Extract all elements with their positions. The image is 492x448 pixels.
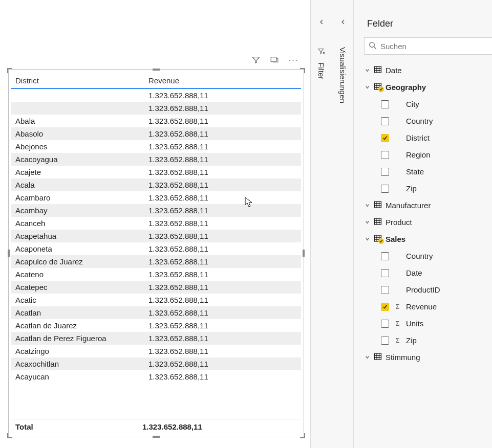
table-row[interactable]: Acala1.323.652.888,11 [11, 178, 301, 191]
visualizations-pane-collapsed[interactable]: Visualisierungen [332, 0, 353, 448]
table-node[interactable]: Date [362, 62, 492, 79]
svg-rect-4 [375, 201, 381, 208]
table-row[interactable]: Acatlan de Juarez1.323.652.888,11 [11, 319, 301, 332]
report-canvas[interactable]: ··· District Revenue 1.323.652.888,111.3… [0, 0, 309, 448]
fields-pane-title: Felder [354, 15, 492, 37]
more-options-icon[interactable]: ··· [288, 57, 299, 62]
search-input[interactable] [380, 42, 488, 51]
table-row[interactable]: Acayucan1.323.652.888,11 [11, 370, 301, 383]
cell-revenue: 1.323.652.888,11 [148, 270, 220, 279]
cell-district [15, 104, 148, 113]
table-row[interactable]: Acatzingo1.323.652.888,11 [11, 345, 301, 357]
table-row[interactable]: Acapetahua1.323.652.888,11 [11, 230, 301, 242]
table-icon [374, 217, 382, 227]
field-checkbox[interactable] [381, 337, 389, 345]
field-name: District [406, 133, 430, 142]
field-checkbox[interactable] [381, 303, 389, 311]
chevron-left-icon[interactable] [340, 18, 346, 27]
resize-handle-left[interactable] [8, 250, 10, 257]
fields-search[interactable] [364, 37, 492, 55]
field-item[interactable]: City [379, 96, 492, 113]
table-node[interactable]: Product [362, 214, 492, 231]
field-checkbox[interactable] [381, 269, 389, 277]
cell-district: Acateno [15, 270, 148, 279]
caret-down-icon[interactable] [364, 203, 370, 209]
chevron-left-icon[interactable] [318, 18, 325, 27]
table-name: Stimmung [386, 353, 420, 362]
field-checkbox[interactable] [381, 168, 389, 176]
table-node[interactable]: Geography [362, 79, 492, 96]
table-row[interactable]: Acambay1.323.652.888,11 [11, 204, 301, 217]
caret-down-icon[interactable] [364, 68, 370, 74]
field-item[interactable]: Region [379, 146, 492, 163]
table-body[interactable]: 1.323.652.888,111.323.652.888,11Abala1.3… [11, 89, 301, 419]
cell-district: Acatic [15, 296, 148, 304]
field-checkbox[interactable] [381, 117, 389, 125]
table-node[interactable]: Stimmung [362, 349, 492, 366]
table-visual[interactable]: District Revenue 1.323.652.888,111.323.6… [8, 69, 304, 437]
table-name: Date [386, 66, 402, 75]
field-item[interactable]: ProductID [379, 281, 492, 298]
field-item[interactable]: ΣZip [379, 332, 492, 349]
cell-revenue: 1.323.652.888,11 [148, 155, 220, 164]
field-item[interactable]: District [379, 129, 492, 146]
table-row[interactable]: Acanceh1.323.652.888,11 [11, 217, 301, 230]
table-row[interactable]: Acambaro1.323.652.888,11 [11, 191, 301, 204]
field-checkbox[interactable] [381, 252, 389, 260]
column-header-revenue[interactable]: Revenue [148, 76, 297, 85]
filter-icon[interactable] [251, 55, 261, 64]
cell-district: Acanceh [15, 219, 148, 228]
field-checkbox[interactable] [381, 151, 389, 159]
table-row[interactable]: Acacoyagua1.323.652.888,11 [11, 153, 301, 166]
field-item[interactable]: Zip [379, 180, 492, 197]
table-row[interactable]: 1.323.652.888,11 [11, 89, 301, 102]
search-icon [369, 41, 376, 51]
table-icon [374, 65, 382, 75]
field-item[interactable]: Country [379, 248, 492, 264]
caret-down-icon[interactable] [364, 354, 370, 361]
table-row[interactable]: Abala1.323.652.888,11 [11, 115, 301, 127]
table-node[interactable]: Manufacturer [362, 197, 492, 214]
field-checkbox[interactable] [381, 286, 389, 294]
field-item[interactable]: ΣRevenue [379, 298, 492, 315]
table-row[interactable]: Acatepec1.323.652.888,11 [11, 281, 301, 294]
table-row[interactable]: Acaxochitlan1.323.652.888,11 [11, 357, 301, 370]
resize-handle-bottom[interactable] [153, 436, 160, 438]
field-checkbox[interactable] [381, 185, 389, 193]
caret-down-icon[interactable] [364, 236, 370, 242]
field-checkbox[interactable] [381, 100, 389, 108]
fields-pane: Felder DateGeographyCityCountryDistrictR… [353, 0, 492, 448]
resize-handle-top[interactable] [153, 69, 160, 71]
table-row[interactable]: Abejones1.323.652.888,11 [11, 140, 301, 153]
resize-handle-right[interactable] [303, 250, 305, 257]
table-row[interactable]: Acateno1.323.652.888,11 [11, 268, 301, 281]
cell-district: Acayucan [15, 372, 148, 381]
table-node[interactable]: Sales [362, 231, 492, 248]
field-name: ProductID [406, 285, 440, 294]
table-row[interactable]: Acaponeta1.323.652.888,11 [11, 242, 301, 255]
filters-pane-collapsed[interactable]: Filter [310, 0, 332, 448]
table-row[interactable]: Acajete1.323.652.888,11 [11, 166, 301, 178]
field-item[interactable]: State [379, 163, 492, 180]
column-header-district[interactable]: District [15, 76, 148, 85]
table-row[interactable]: Acapulco de Juarez1.323.652.888,11 [11, 255, 301, 268]
table-row[interactable]: Abasolo1.323.652.888,11 [11, 127, 301, 140]
field-checkbox[interactable] [381, 134, 389, 142]
caret-down-icon[interactable] [364, 219, 370, 226]
focus-mode-icon[interactable] [270, 55, 279, 64]
table-row[interactable]: Acatlan1.323.652.888,11 [11, 306, 301, 319]
fields-tree: DateGeographyCityCountryDistrictRegionSt… [354, 62, 492, 366]
field-item[interactable]: Country [379, 113, 492, 129]
cell-district: Acatepec [15, 283, 148, 292]
caret-down-icon[interactable] [364, 84, 370, 91]
filter-pane-icon [317, 47, 326, 57]
field-item[interactable]: Date [379, 264, 492, 281]
cell-revenue: 1.323.652.888,11 [148, 347, 220, 355]
cell-district: Acajete [15, 168, 148, 176]
table-row[interactable]: Acatlan de Perez Figueroa1.323.652.888,1… [11, 332, 301, 345]
field-item[interactable]: ΣUnits [379, 315, 492, 332]
cell-district: Acatlan [15, 308, 148, 317]
table-row[interactable]: 1.323.652.888,11 [11, 102, 301, 115]
table-row[interactable]: Acatic1.323.652.888,11 [11, 294, 301, 306]
field-checkbox[interactable] [381, 320, 389, 328]
